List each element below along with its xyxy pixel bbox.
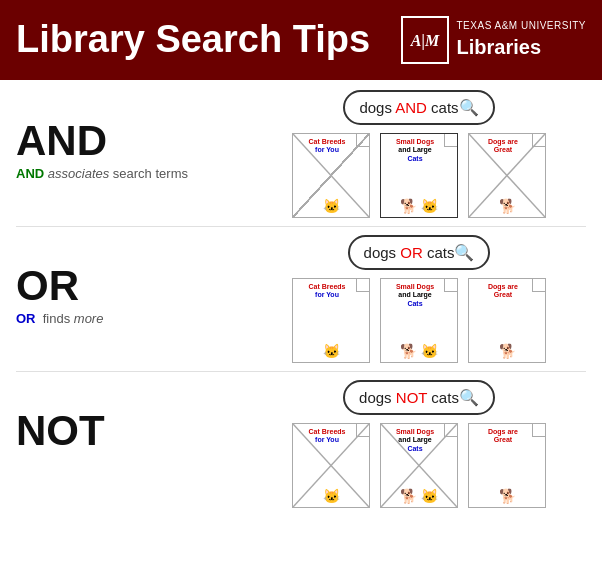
dog-icon-or3: 🐕 xyxy=(499,343,516,359)
not-doc-3-title: Dogs are Great xyxy=(472,428,542,445)
cat-icon-or2: 🐱 xyxy=(421,343,438,359)
svg-text:A|M: A|M xyxy=(409,32,439,50)
and-label-block: AND AND associates search terms xyxy=(16,90,236,181)
or-doc-1: Cat Breeds for You 🐱 xyxy=(292,278,370,363)
and-search-icon[interactable]: 🔍 xyxy=(459,98,479,117)
and-doc-2-title-mid: and Large xyxy=(398,146,431,153)
and-doc-2-title: Small Dogs and Large Cats xyxy=(384,138,454,163)
or-doc-2-title-mid: and Large xyxy=(398,291,431,298)
or-search-box[interactable]: dogs OR cats 🔍 xyxy=(348,235,491,270)
and-doc-3-title-red2: Great xyxy=(494,146,512,153)
cat-icon: 🐱 xyxy=(323,198,340,214)
logo-emblem: A|M xyxy=(401,16,449,64)
or-operator: OR xyxy=(16,265,236,307)
not-doc-2-title: Small Dogs and Large Cats xyxy=(384,428,454,453)
main-content: AND AND associates search terms dogs AND… xyxy=(0,80,602,532)
library-name: Libraries xyxy=(457,33,586,61)
and-doc-2-title-blue: Cats xyxy=(407,155,422,162)
or-right: dogs OR cats 🔍 Cat Breeds for You 🐱 xyxy=(252,235,586,363)
or-doc-2-icons: 🐕 🐱 xyxy=(384,343,454,359)
not-doc-1-title-blue: for You xyxy=(315,436,339,443)
university-name: TEXAS A&M UNIVERSITY xyxy=(457,19,586,33)
not-doc-1-title-red: Cat Breeds xyxy=(309,428,346,435)
and-operator: AND xyxy=(16,120,236,162)
and-right: dogs AND cats 🔍 Cat Breeds for You 🐱 xyxy=(252,90,586,218)
not-search-text: dogs NOT cats xyxy=(359,389,459,406)
and-doc-2-title-red: Small Dogs xyxy=(396,138,434,145)
not-operator: NOT xyxy=(16,410,236,452)
dog-icon-not2: 🐕 xyxy=(400,488,417,504)
and-doc-3-title-red: Dogs are xyxy=(488,138,518,145)
and-doc-2: Small Dogs and Large Cats 🐕 🐱 xyxy=(380,133,458,218)
and-section: AND AND associates search terms dogs AND… xyxy=(16,90,586,218)
not-doc-2-title-blue: Cats xyxy=(407,445,422,452)
not-doc-1-icons: 🐱 xyxy=(296,488,366,504)
cat-icon-or1: 🐱 xyxy=(323,343,340,359)
not-doc-1-title: Cat Breeds for You xyxy=(296,428,366,445)
or-doc-3-title: Dogs are Great xyxy=(472,283,542,300)
page-title: Library Search Tips xyxy=(16,19,370,61)
or-doc-3-title-red: Dogs are xyxy=(488,283,518,290)
and-doc-1-title: Cat Breeds for You xyxy=(296,138,366,155)
or-label-block: OR OR finds more xyxy=(16,235,236,326)
cat-icon-2: 🐱 xyxy=(421,198,438,214)
or-doc-2-title: Small Dogs and Large Cats xyxy=(384,283,454,308)
or-doc-2-title-red: Small Dogs xyxy=(396,283,434,290)
or-doc-2: Small Dogs and Large Cats 🐕 🐱 xyxy=(380,278,458,363)
or-doc-3: Dogs are Great 🐕 xyxy=(468,278,546,363)
not-doc-3: Dogs are Great 🐕 xyxy=(468,423,546,508)
and-doc-3-title: Dogs are Great xyxy=(472,138,542,155)
not-doc-2-title-red: Small Dogs xyxy=(396,428,434,435)
not-right: dogs NOT cats 🔍 Cat Breeds for You 🐱 xyxy=(252,380,586,508)
or-doc-1-title-blue: for You xyxy=(315,291,339,298)
not-section: NOT dogs NOT cats 🔍 Cat Breeds for You 🐱 xyxy=(16,380,586,508)
not-doc-1: Cat Breeds for You 🐱 xyxy=(292,423,370,508)
not-doc-2-title-mid: and Large xyxy=(398,436,431,443)
logo-text-block: TEXAS A&M UNIVERSITY Libraries xyxy=(457,19,586,61)
divider-1 xyxy=(16,226,586,227)
and-doc-1-title-blue: for You xyxy=(315,146,339,153)
and-search-box[interactable]: dogs AND cats 🔍 xyxy=(343,90,494,125)
divider-2 xyxy=(16,371,586,372)
or-search-text: dogs OR cats xyxy=(364,244,455,261)
or-doc-2-title-blue: Cats xyxy=(407,300,422,307)
university-logo: A|M TEXAS A&M UNIVERSITY Libraries xyxy=(401,16,586,64)
or-docs-row: Cat Breeds for You 🐱 Small Dogs and Larg… xyxy=(252,278,586,363)
not-search-box[interactable]: dogs NOT cats 🔍 xyxy=(343,380,495,415)
page-header: Library Search Tips A|M TEXAS A&M UNIVER… xyxy=(0,0,602,80)
dog-icon-or2: 🐕 xyxy=(400,343,417,359)
not-doc-3-icons: 🐕 xyxy=(472,488,542,504)
dog-icon-not3: 🐕 xyxy=(499,488,516,504)
or-doc-1-title-red: Cat Breeds xyxy=(309,283,346,290)
or-colored-prefix: OR xyxy=(16,311,36,326)
not-doc-3-title-red: Dogs are xyxy=(488,428,518,435)
or-doc-3-icons: 🐕 xyxy=(472,343,542,359)
and-description: AND associates search terms xyxy=(16,166,236,181)
and-colored-prefix: AND xyxy=(16,166,44,181)
not-doc-2: Small Dogs and Large Cats 🐕 🐱 xyxy=(380,423,458,508)
or-doc-3-title-red2: Great xyxy=(494,291,512,298)
or-description: OR finds more xyxy=(16,311,236,326)
or-doc-1-title: Cat Breeds for You xyxy=(296,283,366,300)
or-section: OR OR finds more dogs OR cats 🔍 Cat Bree… xyxy=(16,235,586,363)
and-docs-row: Cat Breeds for You 🐱 Small Dogs xyxy=(252,133,586,218)
and-doc-1-icons: 🐱 xyxy=(296,198,366,214)
cat-icon-not1: 🐱 xyxy=(323,488,340,504)
cat-icon-not2: 🐱 xyxy=(421,488,438,504)
or-doc-1-icons: 🐱 xyxy=(296,343,366,359)
or-search-icon[interactable]: 🔍 xyxy=(454,243,474,262)
not-docs-row: Cat Breeds for You 🐱 Small Dogs xyxy=(252,423,586,508)
and-doc-3-icons: 🐕 xyxy=(472,198,542,214)
not-label-block: NOT xyxy=(16,380,236,452)
not-search-icon[interactable]: 🔍 xyxy=(459,388,479,407)
and-search-text: dogs AND cats xyxy=(359,99,458,116)
and-doc-2-icons: 🐕 🐱 xyxy=(384,198,454,214)
and-doc-1-title-red: Cat Breeds xyxy=(309,138,346,145)
dog-icon: 🐕 xyxy=(400,198,417,214)
not-doc-2-icons: 🐕 🐱 xyxy=(384,488,454,504)
dog-icon-2: 🐕 xyxy=(499,198,516,214)
not-doc-3-title-red2: Great xyxy=(494,436,512,443)
and-doc-3: Dogs are Great 🐕 xyxy=(468,133,546,218)
and-doc-1: Cat Breeds for You 🐱 xyxy=(292,133,370,218)
